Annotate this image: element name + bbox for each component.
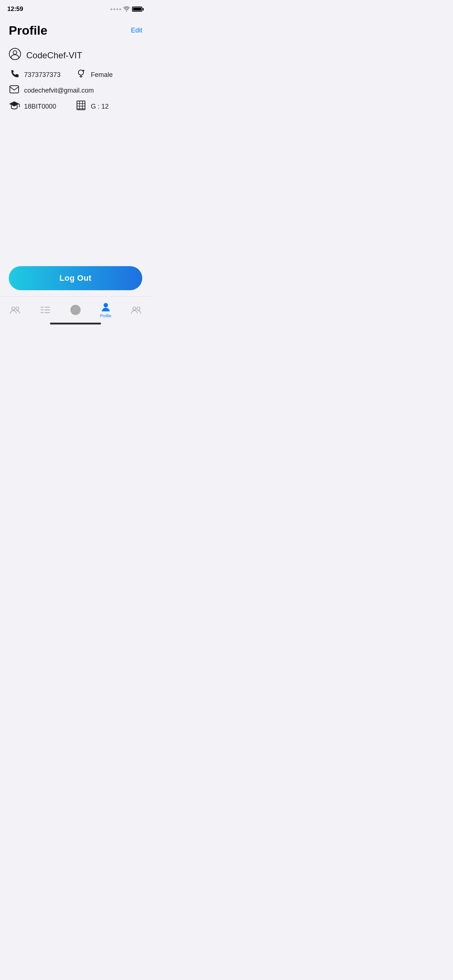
edit-button[interactable]: Edit bbox=[131, 27, 142, 34]
battery-icon bbox=[132, 6, 144, 12]
svg-point-19 bbox=[16, 307, 19, 310]
header: Profile Edit bbox=[9, 23, 142, 38]
svg-point-30 bbox=[133, 307, 136, 310]
bottom-nav: Profile bbox=[0, 296, 151, 327]
logout-button[interactable]: Log Out bbox=[9, 266, 142, 290]
studentid-item: 18BIT0000 bbox=[9, 100, 75, 112]
email-text: codechefvit@gmail.com bbox=[24, 87, 94, 94]
group-text: G : 12 bbox=[91, 103, 109, 110]
group2-icon bbox=[131, 305, 141, 315]
home-indicator bbox=[50, 323, 101, 325]
page-title: Profile bbox=[9, 23, 48, 38]
info-grid: 7373737373 Female bbox=[9, 69, 142, 112]
nav-item-info[interactable] bbox=[61, 305, 91, 315]
tasks-icon bbox=[40, 305, 50, 315]
phone-text: 7373737373 bbox=[24, 71, 61, 79]
phone-gender-row: 7373737373 Female bbox=[9, 69, 142, 80]
group1-icon bbox=[10, 305, 20, 315]
graduation-icon bbox=[9, 100, 20, 112]
status-bar: 12:59 bbox=[0, 0, 151, 16]
nav-item-profile[interactable]: Profile bbox=[91, 302, 121, 318]
email-icon bbox=[9, 85, 20, 95]
gender-text: Female bbox=[91, 71, 113, 79]
student-id-text: 18BIT0000 bbox=[24, 103, 56, 110]
nav-item-tasks[interactable] bbox=[30, 305, 61, 315]
svg-rect-9 bbox=[10, 86, 19, 93]
profile-nav-icon bbox=[100, 302, 111, 312]
main-content: Profile Edit CodeChef-VIT bbox=[0, 16, 151, 112]
svg-point-1 bbox=[13, 51, 17, 54]
user-circle-icon bbox=[9, 48, 21, 63]
svg-point-31 bbox=[137, 307, 140, 310]
group-item: G : 12 bbox=[75, 100, 142, 112]
phone-item: 7373737373 bbox=[9, 69, 75, 80]
profile-name-row: CodeChef-VIT bbox=[9, 48, 142, 63]
gender-icon bbox=[75, 69, 86, 80]
email-item: codechefvit@gmail.com bbox=[9, 85, 142, 95]
username-text: CodeChef-VIT bbox=[26, 50, 82, 60]
profile-nav-label: Profile bbox=[100, 313, 111, 318]
nav-item-group2[interactable] bbox=[121, 305, 151, 315]
gender-item: Female bbox=[75, 69, 142, 80]
svg-point-29 bbox=[104, 303, 108, 307]
logout-container: Log Out bbox=[9, 266, 142, 290]
status-icons bbox=[110, 6, 144, 12]
svg-point-28 bbox=[75, 307, 76, 308]
info-icon bbox=[70, 305, 81, 315]
profile-section: CodeChef-VIT 7373737373 bbox=[9, 48, 142, 112]
studentid-group-row: 18BIT0000 G : 12 bbox=[9, 100, 142, 112]
wifi-icon bbox=[123, 6, 130, 12]
building-icon bbox=[75, 100, 86, 112]
email-row: codechefvit@gmail.com bbox=[9, 85, 142, 95]
signal-dots-icon bbox=[110, 8, 121, 10]
nav-item-group1[interactable] bbox=[0, 305, 30, 315]
phone-icon bbox=[9, 69, 20, 80]
svg-marker-10 bbox=[9, 101, 19, 107]
status-time: 12:59 bbox=[7, 5, 23, 13]
svg-point-18 bbox=[12, 307, 15, 310]
